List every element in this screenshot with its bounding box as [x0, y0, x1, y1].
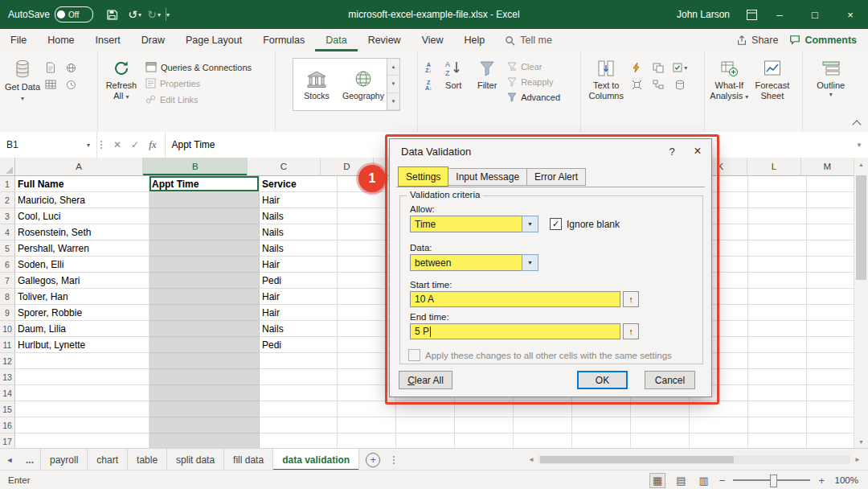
flash-fill-button[interactable] — [628, 60, 645, 75]
comments-button[interactable]: Comments — [789, 35, 857, 46]
cell-L15[interactable] — [807, 401, 854, 417]
cell-C15[interactable] — [260, 401, 338, 417]
row-header-12[interactable]: 12 — [0, 353, 15, 369]
minimize-button[interactable]: – — [762, 0, 797, 29]
cell-L17[interactable] — [807, 434, 854, 448]
scroll-up-icon[interactable]: ▲ — [854, 158, 868, 171]
cell-B13[interactable] — [149, 369, 260, 385]
name-box[interactable]: B1 ▾ — [0, 132, 97, 158]
sheet-tab-data-validation[interactable]: data validation — [273, 449, 359, 471]
cell-C6[interactable]: Hair — [260, 257, 338, 273]
row-header-16[interactable]: 16 — [0, 417, 15, 434]
ribbon-tab-insert[interactable]: Insert — [85, 29, 131, 51]
cell-D7[interactable] — [338, 273, 396, 289]
cell-B7[interactable] — [149, 273, 260, 289]
cell-K14[interactable] — [748, 385, 807, 401]
what-if-analysis-button[interactable]: What-If Analysis ▾ — [707, 54, 751, 101]
dropdown-arrow-icon[interactable]: ▼ — [522, 254, 538, 271]
cell-A12[interactable] — [15, 353, 149, 369]
zoom-out-button[interactable]: − — [719, 475, 726, 487]
cell-K15[interactable] — [748, 401, 807, 417]
cell-A17[interactable] — [15, 434, 149, 448]
cell-I16[interactable] — [631, 417, 690, 434]
cell-K3[interactable] — [748, 208, 807, 224]
cell-A15[interactable] — [15, 401, 149, 417]
cell-C2[interactable]: Hair — [260, 192, 338, 208]
cell-C3[interactable]: Nails — [260, 208, 338, 224]
cell-B10[interactable] — [149, 321, 260, 337]
cell-K5[interactable] — [748, 240, 807, 257]
quick-access-dropdown-icon[interactable]: ▾ — [166, 11, 170, 18]
cell-L12[interactable] — [807, 353, 854, 369]
cell-D11[interactable] — [338, 337, 396, 353]
cell-D2[interactable] — [338, 192, 396, 208]
cancel-entry-icon[interactable]: ✕ — [113, 139, 121, 150]
cell-B3[interactable] — [149, 208, 260, 224]
scroll-right-icon[interactable]: ► — [852, 456, 863, 463]
cell-K16[interactable] — [748, 417, 807, 434]
cell-L16[interactable] — [807, 417, 854, 434]
cell-A4[interactable]: Rosenstein, Seth — [15, 224, 149, 240]
consolidate-button[interactable] — [628, 77, 645, 92]
cell-A1[interactable]: Full Name — [15, 176, 149, 192]
sheet-tab-chart[interactable]: chart — [88, 449, 128, 471]
cell-K8[interactable] — [748, 289, 807, 305]
cell-B6[interactable] — [149, 257, 260, 273]
sheet-tab-fill-data[interactable]: fill data — [224, 449, 273, 471]
zoom-slider-thumb[interactable] — [770, 475, 777, 487]
cell-C12[interactable] — [260, 353, 338, 369]
ribbon-tab-draw[interactable]: Draw — [131, 29, 175, 51]
autosave-switch[interactable]: Off — [55, 6, 93, 23]
collapse-ribbon-button[interactable] — [852, 118, 862, 128]
horizontal-scrollbar[interactable]: ◄ ► — [526, 449, 868, 471]
cell-B11[interactable] — [149, 337, 260, 353]
from-table-range-button[interactable] — [43, 77, 59, 92]
sheet-tab-payroll[interactable]: payroll — [40, 449, 88, 471]
cell-L3[interactable] — [807, 208, 854, 224]
name-box-dropdown-icon[interactable]: ▾ — [87, 142, 90, 149]
sort-az-button[interactable]: AZ↓ — [420, 60, 436, 75]
ribbon-tab-file[interactable]: File — [0, 29, 37, 51]
refresh-all-button[interactable]: Refresh All ▾ — [100, 54, 142, 101]
cell-L9[interactable] — [807, 305, 854, 321]
autosave-toggle[interactable]: AutoSave Off — [0, 6, 101, 23]
row-header-2[interactable]: 2 — [0, 192, 15, 208]
row-header-7[interactable]: 7 — [0, 273, 15, 289]
cell-L4[interactable] — [807, 224, 854, 240]
data-validation-button[interactable]: ▾ — [672, 60, 688, 75]
row-header-11[interactable]: 11 — [0, 337, 15, 353]
cell-L10[interactable] — [807, 321, 854, 337]
expand-formula-bar-icon[interactable]: ▾ — [850, 132, 868, 158]
cell-L14[interactable] — [807, 385, 854, 401]
cell-A13[interactable] — [15, 369, 149, 385]
manage-data-model-button[interactable] — [672, 77, 688, 92]
scroll-down-icon[interactable]: ▼ — [854, 435, 868, 448]
ignore-blank-checkbox[interactable]: ✓ Ignore blank — [550, 218, 620, 230]
cell-B15[interactable] — [149, 401, 260, 417]
sort-za-button[interactable]: ZA↓ — [420, 78, 436, 92]
cell-B5[interactable] — [149, 240, 260, 257]
cell-D9[interactable] — [338, 305, 396, 321]
dialog-tab-settings[interactable]: Settings — [398, 166, 448, 187]
column-header-L[interactable]: L — [747, 158, 800, 175]
cell-D6[interactable] — [338, 257, 396, 273]
get-data-button[interactable]: Get Data ▾ — [2, 54, 43, 103]
sheet-tab-split-data[interactable]: split data — [167, 449, 224, 471]
start-time-input[interactable]: 10 A — [410, 291, 620, 307]
row-header-5[interactable]: 5 — [0, 240, 15, 257]
cell-C9[interactable]: Hair — [260, 305, 338, 321]
row-header-15[interactable]: 15 — [0, 401, 15, 417]
cell-G17[interactable] — [514, 434, 572, 448]
row-header-3[interactable]: 3 — [0, 208, 15, 224]
tell-me-search[interactable]: Tell me — [495, 29, 562, 51]
scroll-left-icon[interactable]: ◄ — [526, 456, 537, 463]
cell-L6[interactable] — [807, 257, 854, 273]
cell-B4[interactable] — [149, 224, 260, 240]
cell-A9[interactable]: Sporer, Robbie — [15, 305, 149, 321]
dialog-help-button[interactable]: ? — [660, 146, 684, 158]
sheet-nav-left-icon[interactable]: ◄ — [0, 449, 19, 471]
relationships-button[interactable] — [650, 77, 666, 92]
dialog-tab-input-message[interactable]: Input Message — [448, 168, 527, 186]
cell-C11[interactable]: Pedi — [260, 337, 338, 353]
cell-B2[interactable] — [149, 192, 260, 208]
